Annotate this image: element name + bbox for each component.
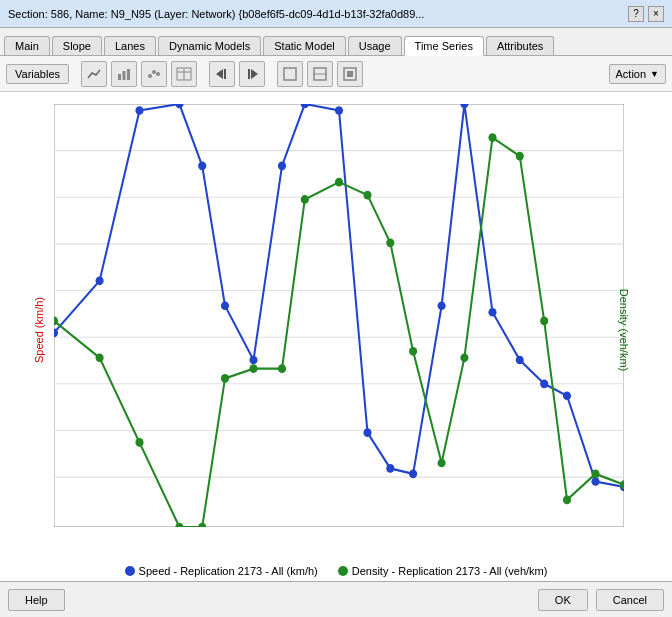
check-box-1[interactable] bbox=[277, 61, 303, 87]
toolbar: Variables Action ▼ bbox=[0, 56, 672, 92]
svg-point-60 bbox=[335, 106, 343, 115]
svg-point-61 bbox=[363, 428, 371, 437]
help-button[interactable]: Help bbox=[8, 589, 65, 611]
svg-point-73 bbox=[96, 353, 104, 362]
tabs-bar: MainSlopeLanesDynamic ModelsStatic Model… bbox=[0, 28, 672, 56]
svg-point-79 bbox=[278, 364, 286, 373]
tab-time-series[interactable]: Time Series bbox=[404, 36, 484, 56]
help-title-btn[interactable]: ? bbox=[628, 6, 644, 22]
scatter-button[interactable] bbox=[141, 61, 167, 87]
svg-point-55 bbox=[198, 161, 206, 170]
svg-point-87 bbox=[488, 133, 496, 142]
line-chart-button[interactable] bbox=[81, 61, 107, 87]
tab-static-model[interactable]: Static Model bbox=[263, 36, 346, 55]
svg-point-66 bbox=[488, 308, 496, 317]
svg-rect-2 bbox=[127, 69, 130, 80]
svg-rect-1 bbox=[123, 71, 126, 80]
tab-lanes[interactable]: Lanes bbox=[104, 36, 156, 55]
svg-marker-11 bbox=[251, 69, 258, 79]
tab-slope[interactable]: Slope bbox=[52, 36, 102, 55]
svg-point-88 bbox=[516, 152, 524, 161]
chart-svg: 106 104 102 100 98 96 94 92 90 88 21 20 … bbox=[54, 104, 624, 527]
action-arrow-icon: ▼ bbox=[650, 69, 659, 79]
variables-button[interactable]: Variables bbox=[6, 64, 69, 84]
svg-point-91 bbox=[591, 470, 599, 479]
skip-back-button[interactable] bbox=[209, 61, 235, 87]
svg-point-67 bbox=[516, 356, 524, 365]
density-legend-label: Density - Replication 2173 - All (veh/km… bbox=[352, 565, 548, 577]
svg-point-57 bbox=[249, 356, 257, 365]
bar-chart-button[interactable] bbox=[111, 61, 137, 87]
svg-marker-9 bbox=[216, 69, 223, 79]
density-legend: Density - Replication 2173 - All (veh/km… bbox=[338, 565, 548, 577]
main-content: Speed (km/h) Density (veh/km) 106 bbox=[0, 92, 672, 581]
svg-rect-13 bbox=[284, 68, 296, 80]
svg-point-85 bbox=[438, 459, 446, 468]
check-box-2[interactable] bbox=[307, 61, 333, 87]
footer: Help OK Cancel bbox=[0, 581, 672, 617]
action-button[interactable]: Action ▼ bbox=[609, 64, 667, 84]
tab-attributes[interactable]: Attributes bbox=[486, 36, 554, 55]
svg-rect-12 bbox=[248, 69, 250, 79]
speed-legend: Speed - Replication 2173 - All (km/h) bbox=[125, 565, 318, 577]
svg-point-81 bbox=[335, 178, 343, 187]
svg-point-56 bbox=[221, 301, 229, 310]
svg-point-52 bbox=[96, 276, 104, 285]
svg-point-83 bbox=[386, 238, 394, 247]
title-bar: Section: 586, Name: N9_N95 (Layer: Netwo… bbox=[0, 0, 672, 28]
svg-point-90 bbox=[563, 496, 571, 505]
title-text: Section: 586, Name: N9_N95 (Layer: Netwo… bbox=[8, 8, 424, 20]
svg-point-62 bbox=[386, 464, 394, 473]
ok-button[interactable]: OK bbox=[538, 589, 588, 611]
svg-rect-17 bbox=[347, 71, 353, 77]
svg-point-74 bbox=[135, 438, 143, 447]
cancel-button[interactable]: Cancel bbox=[596, 589, 664, 611]
svg-point-68 bbox=[540, 379, 548, 388]
svg-point-53 bbox=[135, 106, 143, 115]
svg-point-77 bbox=[221, 374, 229, 383]
tab-main[interactable]: Main bbox=[4, 36, 50, 55]
svg-rect-0 bbox=[118, 74, 121, 80]
close-title-btn[interactable]: × bbox=[648, 6, 664, 22]
skip-forward-button[interactable] bbox=[239, 61, 265, 87]
density-legend-dot bbox=[338, 566, 348, 576]
speed-legend-label: Speed - Replication 2173 - All (km/h) bbox=[139, 565, 318, 577]
svg-point-82 bbox=[363, 191, 371, 200]
chart-area: Speed (km/h) Density (veh/km) 106 bbox=[0, 92, 672, 563]
legend-area: Speed - Replication 2173 - All (km/h) De… bbox=[0, 563, 672, 581]
svg-point-70 bbox=[591, 477, 599, 486]
svg-point-69 bbox=[563, 391, 571, 400]
y-axis-left-label: Speed (km/h) bbox=[33, 296, 45, 362]
tab-dynamic-models[interactable]: Dynamic Models bbox=[158, 36, 261, 55]
svg-point-86 bbox=[460, 353, 468, 362]
svg-point-4 bbox=[152, 70, 156, 74]
check-box-3[interactable] bbox=[337, 61, 363, 87]
svg-point-63 bbox=[409, 470, 417, 479]
svg-point-78 bbox=[249, 364, 257, 373]
table-button[interactable] bbox=[171, 61, 197, 87]
tab-usage[interactable]: Usage bbox=[348, 36, 402, 55]
svg-point-5 bbox=[156, 72, 160, 76]
y-axis-right-label: Density (veh/km) bbox=[619, 288, 631, 371]
svg-point-58 bbox=[278, 161, 286, 170]
svg-point-64 bbox=[438, 301, 446, 310]
svg-point-84 bbox=[409, 347, 417, 356]
svg-point-89 bbox=[540, 317, 548, 326]
svg-rect-18 bbox=[54, 104, 624, 527]
svg-point-80 bbox=[301, 195, 309, 204]
svg-rect-10 bbox=[224, 69, 226, 79]
speed-legend-dot bbox=[125, 566, 135, 576]
svg-point-3 bbox=[148, 74, 152, 78]
